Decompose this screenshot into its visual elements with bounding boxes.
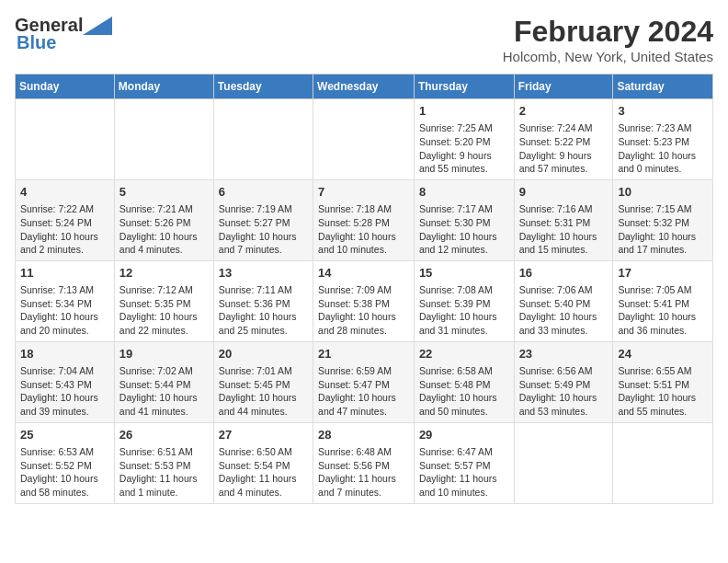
table-row: 5Sunrise: 7:21 AM Sunset: 5:26 PM Daylig… [114, 179, 213, 260]
header-saturday: Saturday [613, 75, 713, 99]
day-number: 2 [519, 103, 609, 120]
calendar-week-row: 25Sunrise: 6:53 AM Sunset: 5:52 PM Dayli… [16, 422, 713, 503]
day-number: 1 [419, 103, 509, 120]
day-number: 10 [618, 184, 708, 201]
table-row [213, 99, 313, 180]
day-number: 29 [419, 427, 509, 443]
cell-content: Sunrise: 7:22 AM Sunset: 5:24 PM Dayligh… [20, 202, 109, 257]
table-row: 23Sunrise: 6:56 AM Sunset: 5:49 PM Dayli… [514, 341, 613, 422]
day-number: 12 [119, 265, 209, 282]
cell-content: Sunrise: 7:12 AM Sunset: 5:35 PM Dayligh… [119, 283, 209, 338]
day-number: 5 [119, 184, 209, 201]
table-row: 26Sunrise: 6:51 AM Sunset: 5:53 PM Dayli… [114, 422, 213, 503]
cell-content: Sunrise: 6:55 AM Sunset: 5:51 PM Dayligh… [618, 364, 708, 419]
table-row: 2Sunrise: 7:24 AM Sunset: 5:22 PM Daylig… [514, 99, 613, 180]
cell-content: Sunrise: 6:59 AM Sunset: 5:47 PM Dayligh… [318, 364, 409, 419]
calendar-week-row: 4Sunrise: 7:22 AM Sunset: 5:24 PM Daylig… [16, 179, 713, 260]
cell-content: Sunrise: 6:50 AM Sunset: 5:54 PM Dayligh… [219, 445, 308, 500]
cell-content: Sunrise: 7:18 AM Sunset: 5:28 PM Dayligh… [318, 202, 409, 257]
cell-content: Sunrise: 6:51 AM Sunset: 5:53 PM Dayligh… [119, 445, 209, 500]
cell-content: Sunrise: 7:15 AM Sunset: 5:32 PM Dayligh… [618, 202, 708, 257]
table-row: 9Sunrise: 7:16 AM Sunset: 5:31 PM Daylig… [514, 179, 613, 260]
table-row: 25Sunrise: 6:53 AM Sunset: 5:52 PM Dayli… [16, 422, 115, 503]
table-row [16, 99, 115, 180]
cell-content: Sunrise: 7:17 AM Sunset: 5:30 PM Dayligh… [419, 202, 509, 257]
table-row: 17Sunrise: 7:05 AM Sunset: 5:41 PM Dayli… [613, 260, 713, 341]
table-row: 24Sunrise: 6:55 AM Sunset: 5:51 PM Dayli… [613, 341, 713, 422]
day-number: 23 [519, 346, 609, 362]
table-row: 14Sunrise: 7:09 AM Sunset: 5:38 PM Dayli… [313, 260, 415, 341]
logo-text-blue: Blue [15, 32, 56, 53]
day-number: 14 [318, 265, 409, 282]
calendar-week-row: 1Sunrise: 7:25 AM Sunset: 5:20 PM Daylig… [16, 99, 713, 180]
day-number: 27 [219, 427, 308, 443]
cell-content: Sunrise: 7:25 AM Sunset: 5:20 PM Dayligh… [419, 121, 509, 176]
cell-content: Sunrise: 7:23 AM Sunset: 5:23 PM Dayligh… [618, 121, 708, 176]
table-row: 6Sunrise: 7:19 AM Sunset: 5:27 PM Daylig… [213, 179, 313, 260]
cell-content: Sunrise: 7:24 AM Sunset: 5:22 PM Dayligh… [519, 121, 609, 176]
cell-content: Sunrise: 6:56 AM Sunset: 5:49 PM Dayligh… [519, 364, 609, 419]
cell-content: Sunrise: 6:53 AM Sunset: 5:52 PM Dayligh… [20, 445, 109, 500]
day-number: 7 [318, 184, 409, 201]
table-row [114, 99, 213, 180]
table-row: 28Sunrise: 6:48 AM Sunset: 5:56 PM Dayli… [313, 422, 415, 503]
calendar-week-row: 11Sunrise: 7:13 AM Sunset: 5:34 PM Dayli… [16, 260, 713, 341]
header-friday: Friday [514, 75, 613, 99]
day-number: 8 [419, 184, 509, 201]
cell-content: Sunrise: 6:48 AM Sunset: 5:56 PM Dayligh… [318, 445, 409, 500]
table-row: 29Sunrise: 6:47 AM Sunset: 5:57 PM Dayli… [414, 422, 514, 503]
table-row [514, 422, 613, 503]
svg-marker-0 [83, 17, 112, 35]
header-thursday: Thursday [414, 75, 514, 99]
table-row: 18Sunrise: 7:04 AM Sunset: 5:43 PM Dayli… [16, 341, 115, 422]
calendar-header-row: Sunday Monday Tuesday Wednesday Thursday… [16, 75, 713, 99]
day-number: 17 [618, 265, 708, 282]
day-number: 25 [20, 427, 109, 443]
day-number: 21 [318, 346, 409, 362]
logo-icon [83, 17, 112, 35]
cell-content: Sunrise: 7:05 AM Sunset: 5:41 PM Dayligh… [618, 283, 708, 338]
table-row [613, 422, 713, 503]
calendar-table: Sunday Monday Tuesday Wednesday Thursday… [15, 74, 713, 504]
header-tuesday: Tuesday [213, 75, 313, 99]
cell-content: Sunrise: 7:11 AM Sunset: 5:36 PM Dayligh… [219, 283, 308, 338]
day-number: 16 [519, 265, 609, 282]
table-row: 27Sunrise: 6:50 AM Sunset: 5:54 PM Dayli… [213, 422, 313, 503]
day-number: 22 [419, 346, 509, 362]
cell-content: Sunrise: 7:19 AM Sunset: 5:27 PM Dayligh… [219, 202, 308, 257]
page-header: General Blue February 2024 Holcomb, New … [15, 15, 713, 64]
table-row: 1Sunrise: 7:25 AM Sunset: 5:20 PM Daylig… [414, 99, 514, 180]
cell-content: Sunrise: 7:09 AM Sunset: 5:38 PM Dayligh… [318, 283, 409, 338]
table-row: 12Sunrise: 7:12 AM Sunset: 5:35 PM Dayli… [114, 260, 213, 341]
day-number: 4 [20, 184, 109, 201]
day-number: 24 [618, 346, 708, 362]
day-number: 15 [419, 265, 509, 282]
cell-content: Sunrise: 7:04 AM Sunset: 5:43 PM Dayligh… [20, 364, 109, 419]
header-monday: Monday [114, 75, 213, 99]
table-row: 22Sunrise: 6:58 AM Sunset: 5:48 PM Dayli… [414, 341, 514, 422]
day-number: 28 [318, 427, 409, 443]
header-sunday: Sunday [16, 75, 115, 99]
day-number: 9 [519, 184, 609, 201]
cell-content: Sunrise: 7:13 AM Sunset: 5:34 PM Dayligh… [20, 283, 109, 338]
table-row [313, 99, 415, 180]
cell-content: Sunrise: 6:47 AM Sunset: 5:57 PM Dayligh… [419, 445, 509, 500]
cell-content: Sunrise: 7:21 AM Sunset: 5:26 PM Dayligh… [119, 202, 209, 257]
subtitle: Holcomb, New York, United States [503, 49, 713, 64]
table-row: 13Sunrise: 7:11 AM Sunset: 5:36 PM Dayli… [213, 260, 313, 341]
day-number: 11 [20, 265, 109, 282]
table-row: 3Sunrise: 7:23 AM Sunset: 5:23 PM Daylig… [613, 99, 713, 180]
table-row: 15Sunrise: 7:08 AM Sunset: 5:39 PM Dayli… [414, 260, 514, 341]
day-number: 6 [219, 184, 308, 201]
day-number: 20 [219, 346, 308, 362]
header-wednesday: Wednesday [313, 75, 415, 99]
cell-content: Sunrise: 6:58 AM Sunset: 5:48 PM Dayligh… [419, 364, 509, 419]
cell-content: Sunrise: 7:02 AM Sunset: 5:44 PM Dayligh… [119, 364, 209, 419]
cell-content: Sunrise: 7:01 AM Sunset: 5:45 PM Dayligh… [219, 364, 308, 419]
table-row: 20Sunrise: 7:01 AM Sunset: 5:45 PM Dayli… [213, 341, 313, 422]
day-number: 19 [119, 346, 209, 362]
table-row: 21Sunrise: 6:59 AM Sunset: 5:47 PM Dayli… [313, 341, 415, 422]
day-number: 26 [119, 427, 209, 443]
day-number: 13 [219, 265, 308, 282]
main-title: February 2024 [503, 15, 713, 49]
